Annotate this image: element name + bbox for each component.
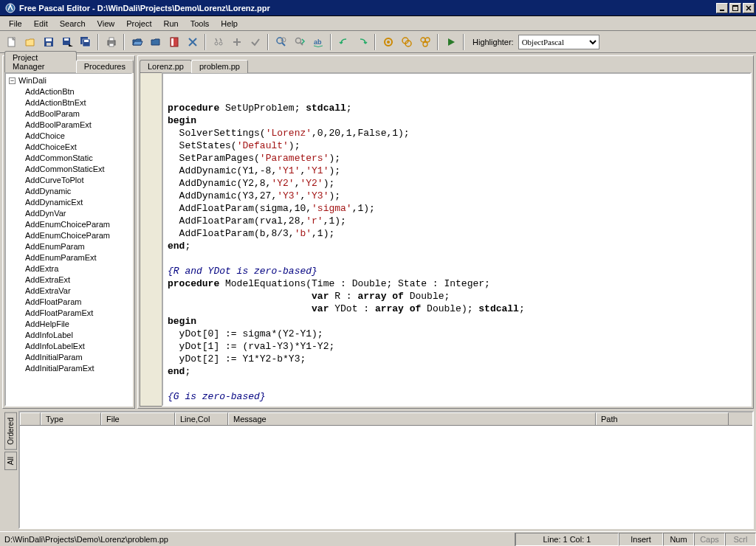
maximize-button[interactable]: [729, 3, 741, 13]
folder-closed-icon[interactable]: [147, 34, 164, 50]
tree-item[interactable]: AddCommonStaticExt: [25, 164, 130, 175]
cross-icon[interactable]: [184, 34, 201, 50]
toolbar-separator: [374, 34, 376, 50]
messages-grid[interactable]: TypeFileLine,ColMessagePath: [18, 411, 754, 529]
tree-item[interactable]: AddExtraExt: [25, 274, 130, 286]
tree-item[interactable]: AddExtraVar: [25, 286, 130, 297]
status-caps: Caps: [694, 533, 725, 546]
svg-point-30: [421, 38, 425, 42]
menu-file[interactable]: File: [3, 18, 28, 30]
messages-tab-ordered[interactable]: Ordered: [4, 412, 17, 450]
tree-item[interactable]: AddExtra: [25, 263, 130, 274]
grid-col-line,col[interactable]: Line,Col: [175, 412, 228, 425]
tree-item[interactable]: AddChoiceExt: [25, 142, 130, 153]
build-all-icon[interactable]: [416, 34, 433, 50]
find-icon[interactable]: [272, 34, 289, 50]
tree-item[interactable]: AddFloatParamExt: [25, 308, 130, 319]
save-all-icon[interactable]: [77, 34, 94, 50]
highlighter-dropdown[interactable]: ObjectPascal: [518, 35, 599, 49]
grid-col-handle[interactable]: [20, 412, 41, 425]
check-icon[interactable]: [247, 34, 264, 50]
tree-item[interactable]: AddHelpFile: [25, 319, 130, 330]
configure-icon[interactable]: [228, 34, 245, 50]
svg-rect-3: [732, 5, 738, 7]
folder-open-icon[interactable]: [128, 34, 145, 50]
tree-item[interactable]: AddInitialParamExt: [25, 363, 130, 374]
toolbar: ab Highlighter: ObjectPascal: [0, 31, 756, 53]
left-panel: Project Manager Procedures −WinDali AddA…: [2, 55, 135, 409]
tree-item[interactable]: AddActionBtn: [25, 86, 130, 97]
tree-item[interactable]: AddFloatParam: [25, 297, 130, 308]
tree-collapse-icon[interactable]: −: [9, 77, 16, 84]
tree-item[interactable]: AddEnumChoiceParam: [25, 219, 130, 230]
svg-rect-12: [84, 40, 89, 42]
tree-item[interactable]: AddActionBtnExt: [25, 97, 130, 108]
messages-grid-body[interactable]: [20, 426, 752, 528]
tree-item[interactable]: AddDynamic: [25, 186, 130, 197]
build-icon[interactable]: [398, 34, 415, 50]
tree-item[interactable]: AddBoolParam: [25, 108, 130, 120]
book-icon[interactable]: [165, 34, 182, 50]
toolbar-separator: [97, 34, 99, 50]
menu-help[interactable]: Help: [215, 18, 244, 30]
svg-point-32: [423, 42, 427, 46]
redo-icon[interactable]: [354, 34, 371, 50]
tree-item[interactable]: AddInitialParam: [25, 352, 130, 363]
status-num: Num: [663, 533, 694, 546]
tree-item[interactable]: AddInfoLabel: [25, 330, 130, 341]
toolbar-separator: [463, 34, 464, 50]
messages-tab-all[interactable]: All: [4, 452, 17, 470]
tree-root[interactable]: −WinDali AddActionBtnAddActionBtnExtAddB…: [7, 75, 130, 374]
grid-col-type[interactable]: Type: [41, 412, 101, 425]
menu-search[interactable]: Search: [54, 18, 92, 30]
tab-procedures[interactable]: Procedures: [76, 60, 134, 73]
compile-icon[interactable]: [379, 34, 396, 50]
tree-item[interactable]: AddCurveToPlot: [25, 175, 130, 186]
grid-col-file[interactable]: File: [101, 412, 175, 425]
editor-scroll[interactable]: procedure SetUpProblem; stdcall;begin So…: [162, 72, 752, 407]
toolbar-separator: [205, 34, 206, 50]
new-file-icon[interactable]: [3, 34, 20, 50]
tree-item[interactable]: AddChoice: [25, 131, 130, 142]
highlighter-label: Highlighter:: [472, 38, 514, 46]
tree-item[interactable]: AddCommonStatic: [25, 153, 130, 164]
open-file-icon[interactable]: [21, 34, 38, 50]
tree-item[interactable]: AddEnumParam: [25, 241, 130, 252]
svg-rect-17: [171, 38, 173, 46]
toolbar-separator: [330, 34, 331, 50]
undo-icon[interactable]: [335, 34, 352, 50]
menu-run[interactable]: Run: [157, 18, 184, 30]
tab-problem-pp[interactable]: problem.pp: [191, 60, 248, 73]
tree-root-label: WinDali: [18, 75, 47, 86]
code-editor[interactable]: procedure SetUpProblem; stdcall;begin So…: [163, 74, 750, 406]
menu-project[interactable]: Project: [120, 18, 157, 30]
menu-view[interactable]: View: [92, 18, 121, 30]
save-file-icon[interactable]: [40, 34, 57, 50]
procedures-tree-panel[interactable]: −WinDali AddActionBtnAddActionBtnExtAddB…: [4, 72, 133, 407]
tree-item[interactable]: AddEnumParamExt: [25, 252, 130, 263]
svg-rect-7: [47, 43, 51, 46]
editor-panel: Lorenz.pp problem.pp procedure SetUpProb…: [137, 55, 754, 409]
tree-item[interactable]: AddDynamicExt: [25, 197, 130, 208]
grid-col-message[interactable]: Message: [228, 412, 596, 425]
print-icon[interactable]: [103, 34, 120, 50]
grid-col-path[interactable]: Path: [596, 412, 729, 425]
replace-icon[interactable]: ab: [309, 34, 326, 50]
svg-point-18: [215, 42, 218, 45]
find-next-icon[interactable]: [291, 34, 308, 50]
tab-project-manager[interactable]: Project Manager: [4, 51, 77, 73]
options-icon[interactable]: [210, 34, 227, 50]
tab-lorenz-pp[interactable]: Lorenz.pp: [140, 60, 192, 73]
save-file-dropdown-icon[interactable]: [58, 34, 75, 50]
tree-item[interactable]: AddInfoLabelExt: [25, 341, 130, 352]
close-button[interactable]: [743, 3, 755, 13]
svg-point-27: [387, 41, 390, 44]
tree-item[interactable]: AddDynVar: [25, 208, 130, 219]
menu-edit[interactable]: Edit: [28, 18, 54, 30]
run-icon[interactable]: [442, 34, 459, 50]
tree-item[interactable]: AddEnumChoiceParam: [25, 230, 130, 241]
svg-rect-6: [46, 38, 52, 41]
menu-tools[interactable]: Tools: [185, 18, 216, 30]
minimize-button[interactable]: [716, 3, 728, 13]
tree-item[interactable]: AddBoolParamExt: [25, 120, 130, 131]
